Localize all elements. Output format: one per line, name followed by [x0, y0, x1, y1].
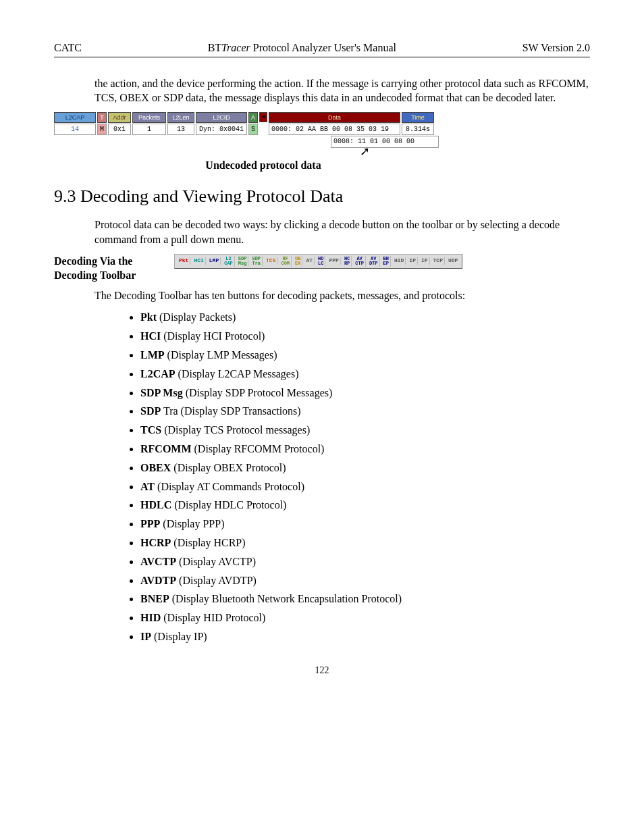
toolbar-btn-obex[interactable]: OBEX [294, 256, 302, 267]
col-a-value: S [248, 124, 258, 136]
col-data-value2: 0008: 11 01 00 08 00 [331, 136, 439, 148]
col-l2cid-value: Dyn: 0x0041 [196, 124, 247, 136]
col-packets-value: 1 [132, 124, 166, 136]
col-time-value: 8.314s [402, 124, 434, 136]
col-arrow-header: ◄ [259, 112, 267, 122]
list-item: IP (Display IP) [140, 629, 590, 646]
col-l2cap-header: L2CAP [54, 112, 96, 123]
toolbar-btn-sdptra[interactable]: SDPTra [250, 256, 263, 267]
toolbar-btn-pkt[interactable]: Pkt [178, 257, 190, 265]
col-data-header: Data [269, 112, 400, 123]
list-item: PPP (Display PPP) [140, 516, 590, 533]
toolbar-btn-hci[interactable]: HCI [192, 257, 205, 265]
sidebar-label: Decoding Via the Decoding Toolbar [54, 254, 162, 283]
col-packets-header: Packets [132, 112, 166, 123]
col-t-header: T [97, 112, 107, 123]
section-heading: 9.3 Decoding and Viewing Protocol Data [54, 184, 590, 208]
col-data-value1: 0000: 02 AA BB 00 08 35 03 19 [269, 124, 400, 136]
col-addr-value: 0x1 [108, 124, 131, 136]
list-item: HID (Display HID Protocol) [140, 610, 590, 627]
page-number: 122 [54, 664, 590, 677]
toolbar-btn-hdlc[interactable]: HDLC [317, 256, 325, 267]
list-item: HCI (Display HCI Protocol) [140, 328, 590, 345]
toolbar-btn-rfcom[interactable]: RFCOM [279, 256, 292, 267]
decoding-toolbar: Pkt HCI LMP L2CAP SDPMsg SDPTra TCS RFCO… [174, 254, 462, 269]
list-item: AT (Display AT Commands Protocol) [140, 479, 590, 496]
figure-caption: Undecoded protocol data [54, 158, 473, 173]
section-intro-paragraph: Protocol data can be decoded two ways: b… [95, 217, 590, 246]
list-item: BNEP (Display Bluetooth Network Encapsul… [140, 591, 590, 608]
col-l2cap-value: 14 [54, 124, 96, 136]
packet-figure: L2CAP 14 T M Addr 0x1 Packets 1 L2Len 13… [54, 112, 473, 173]
toolbar-btn-ppp[interactable]: PPP [327, 257, 340, 265]
col-a-header: A [248, 112, 258, 123]
header-center: BTTracer Protocol Analyzer User's Manual [82, 41, 522, 55]
col-l2cid-header: L2CID [196, 112, 247, 123]
page-header: CATC BTTracer Protocol Analyzer User's M… [54, 41, 590, 57]
col-t-value: M [97, 124, 107, 136]
toolbar-btn-avctp[interactable]: AVCTP [354, 256, 366, 267]
toolbar-btn-avdtp[interactable]: AVDTP [368, 256, 380, 267]
list-item: AVCTP (Display AVCTP) [140, 554, 590, 571]
arrow-icon: ➚ [257, 148, 473, 155]
list-item: TCS (Display TCS Protocol messages) [140, 422, 590, 439]
list-item: AVDTP (Display AVDTP) [140, 573, 590, 590]
toolbar-btn-l2cap[interactable]: L2CAP [223, 256, 235, 267]
toolbar-btn-sdpmsg[interactable]: SDPMsg [237, 256, 249, 267]
header-right: SW Version 2.0 [522, 41, 590, 55]
toolbar-btn-ip[interactable]: IP [408, 257, 418, 265]
toolbar-btn-tcp[interactable]: TCP [432, 257, 445, 265]
col-addr-header: Addr [108, 112, 131, 123]
col-l2len-value: 13 [167, 124, 194, 136]
list-item: RFCOMM (Display RFCOMM Protocol) [140, 441, 590, 458]
col-time-header: Time [402, 112, 434, 123]
list-item: L2CAP (Display L2CAP Messages) [140, 366, 590, 383]
toolbar-paragraph: The Decoding Toolbar has ten buttons for… [95, 288, 590, 303]
toolbar-btn-lmp[interactable]: LMP [208, 257, 221, 265]
intro-paragraph: the action, and the device performing th… [95, 76, 590, 105]
list-item: SDP Tra (Display SDP Transactions) [140, 403, 590, 420]
list-item: OBEX (Display OBEX Protocol) [140, 460, 590, 477]
list-item: HCRP (Display HCRP) [140, 535, 590, 552]
toolbar-btn-at[interactable]: AT [304, 257, 315, 265]
list-item: SDP Msg (Display SDP Protocol Messages) [140, 385, 590, 402]
list-item: LMP (Display LMP Messages) [140, 347, 590, 364]
toolbar-btn-hcrp[interactable]: HCRP [343, 256, 352, 267]
toolbar-btn-bnep[interactable]: BNEP [382, 256, 391, 267]
list-item: HDLC (Display HDLC Protocol) [140, 497, 590, 514]
toolbar-btn-udp[interactable]: UDP [447, 257, 459, 265]
col-l2len-header: L2Len [167, 112, 194, 123]
decoding-list: Pkt (Display Packets) HCI (Display HCI P… [122, 309, 590, 645]
header-left: CATC [54, 41, 82, 55]
list-item: Pkt (Display Packets) [140, 309, 590, 326]
toolbar-btn-ip2[interactable]: IP [420, 257, 430, 265]
toolbar-btn-tcs[interactable]: TCS [265, 257, 277, 265]
toolbar-btn-hid[interactable]: HID [393, 257, 406, 265]
